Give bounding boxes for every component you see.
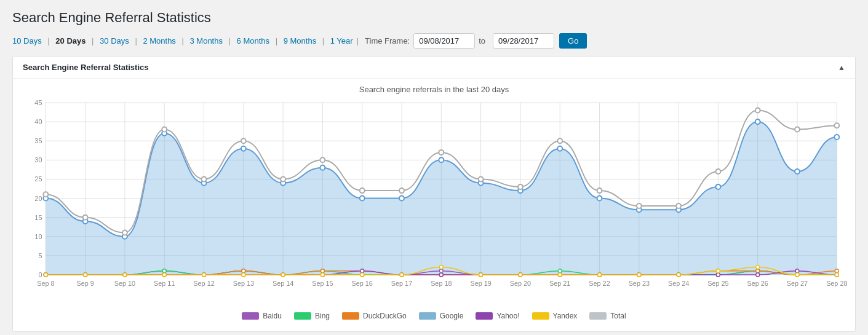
page-wrapper: Search Engine Referral Statistics 10 Day… — [0, 0, 868, 335]
chart-card-title: Search Engine Referral Statistics — [23, 63, 148, 72]
svg-point-198 — [439, 266, 443, 269]
svg-point-97 — [597, 188, 602, 193]
legend-item-yahoo!: Yahoo! — [476, 312, 519, 320]
svg-text:Sep 13: Sep 13 — [233, 280, 254, 287]
nav-separator: | — [89, 36, 96, 45]
page-title: Search Engine Referral Statistics — [12, 10, 856, 26]
svg-point-83 — [43, 192, 48, 197]
svg-text:Sep 10: Sep 10 — [114, 280, 135, 287]
svg-point-166 — [835, 269, 838, 273]
svg-point-207 — [795, 273, 799, 277]
legend-item-total: Total — [589, 312, 626, 320]
collapse-icon[interactable]: ▲ — [838, 63, 845, 72]
svg-point-190 — [123, 273, 127, 277]
svg-point-128 — [162, 269, 166, 273]
legend-item-yandex: Yandex — [532, 312, 578, 320]
time-nav-item-6-months[interactable]: 6 Months — [237, 36, 269, 45]
svg-text:40: 40 — [34, 118, 42, 125]
svg-point-75 — [557, 146, 562, 151]
svg-point-196 — [360, 273, 364, 277]
svg-point-87 — [202, 176, 207, 181]
svg-text:Sep 12: Sep 12 — [193, 280, 214, 287]
legend-label: Total — [610, 312, 626, 320]
svg-point-102 — [795, 127, 800, 132]
svg-point-204 — [677, 273, 680, 277]
svg-text:25: 25 — [34, 175, 42, 183]
time-nav-item-10-days[interactable]: 10 Days — [12, 36, 42, 45]
legend-label: Baidu — [263, 312, 282, 320]
svg-point-93 — [439, 150, 444, 155]
svg-text:Sep 22: Sep 22 — [589, 280, 610, 287]
legend-item-baidu: Baidu — [242, 312, 282, 320]
svg-text:Sep 14: Sep 14 — [273, 280, 293, 287]
svg-point-193 — [242, 273, 245, 277]
svg-text:Sep 19: Sep 19 — [470, 280, 491, 287]
nav-separator: | — [133, 36, 140, 45]
svg-point-79 — [715, 184, 720, 189]
legend: BaiduBingDuckDuckGoGoogleYahoo!YandexTot… — [19, 305, 849, 329]
time-frame-to-label: to — [479, 36, 485, 45]
chart-card-header: Search Engine Referral Statistics ▲ — [13, 57, 855, 79]
svg-text:10: 10 — [34, 233, 42, 240]
chart-container: 051015202530354045Sep 8Sep 9Sep 10Sep 11… — [19, 97, 849, 305]
svg-point-205 — [716, 269, 720, 273]
svg-point-82 — [834, 135, 839, 140]
svg-text:0: 0 — [38, 271, 42, 278]
time-nav-item-3-months[interactable]: 3 Months — [189, 36, 222, 45]
svg-point-202 — [598, 273, 602, 277]
svg-point-151 — [242, 269, 245, 273]
svg-point-195 — [321, 273, 324, 277]
time-nav-item-1-year[interactable]: 1 Year — [330, 36, 353, 45]
time-nav-item-30-days[interactable]: 30 Days — [100, 36, 129, 45]
svg-point-67 — [241, 146, 246, 151]
svg-point-197 — [400, 273, 404, 277]
time-nav-item-2-months[interactable]: 2 Months — [143, 36, 175, 45]
time-frame-label: Time Frame: — [365, 36, 410, 45]
legend-label: Bing — [315, 312, 330, 320]
svg-point-199 — [479, 273, 483, 277]
nav-separator: | — [180, 36, 186, 45]
legend-swatch — [532, 312, 549, 320]
svg-text:Sep 23: Sep 23 — [629, 280, 650, 287]
svg-text:30: 30 — [34, 156, 42, 164]
svg-point-100 — [715, 169, 720, 174]
svg-text:Sep 26: Sep 26 — [747, 280, 768, 287]
svg-point-80 — [755, 119, 760, 124]
svg-point-92 — [399, 188, 404, 193]
svg-point-201 — [558, 273, 562, 277]
chart-area: Search engine referrals in the last 20 d… — [13, 79, 855, 331]
svg-point-206 — [756, 266, 760, 269]
svg-text:Sep 11: Sep 11 — [154, 280, 175, 287]
legend-swatch — [419, 312, 436, 320]
svg-point-85 — [122, 231, 127, 235]
svg-point-84 — [83, 215, 88, 220]
svg-text:Sep 21: Sep 21 — [549, 280, 570, 287]
svg-point-164 — [756, 269, 760, 273]
svg-text:Sep 28: Sep 28 — [826, 280, 847, 287]
legend-label: DuckDuckGo — [363, 312, 407, 320]
svg-point-89 — [281, 176, 285, 181]
svg-text:Sep 9: Sep 9 — [76, 280, 94, 287]
svg-point-101 — [755, 108, 760, 112]
svg-text:5: 5 — [38, 252, 42, 259]
svg-point-185 — [756, 273, 760, 277]
svg-text:Sep 27: Sep 27 — [787, 280, 808, 287]
time-nav: 10 Days | 20 Days | 30 Days | 2 Months |… — [12, 33, 856, 49]
nav-separator: | — [320, 36, 327, 45]
svg-point-90 — [320, 157, 325, 162]
svg-point-153 — [321, 269, 324, 273]
svg-text:15: 15 — [34, 214, 42, 221]
svg-point-71 — [399, 196, 404, 201]
svg-point-175 — [360, 269, 364, 273]
svg-point-192 — [202, 273, 206, 277]
time-frame-from-input[interactable] — [413, 33, 475, 49]
svg-point-69 — [320, 165, 325, 170]
svg-text:Sep 16: Sep 16 — [352, 280, 373, 287]
svg-point-208 — [835, 273, 838, 277]
svg-text:Sep 20: Sep 20 — [510, 280, 531, 287]
time-frame-to-input[interactable] — [493, 33, 554, 49]
chart-card: Search Engine Referral Statistics ▲ Sear… — [12, 56, 856, 332]
go-button[interactable]: Go — [559, 33, 587, 49]
nav-separator: | — [273, 36, 280, 45]
time-nav-item-9-months[interactable]: 9 Months — [284, 36, 316, 45]
